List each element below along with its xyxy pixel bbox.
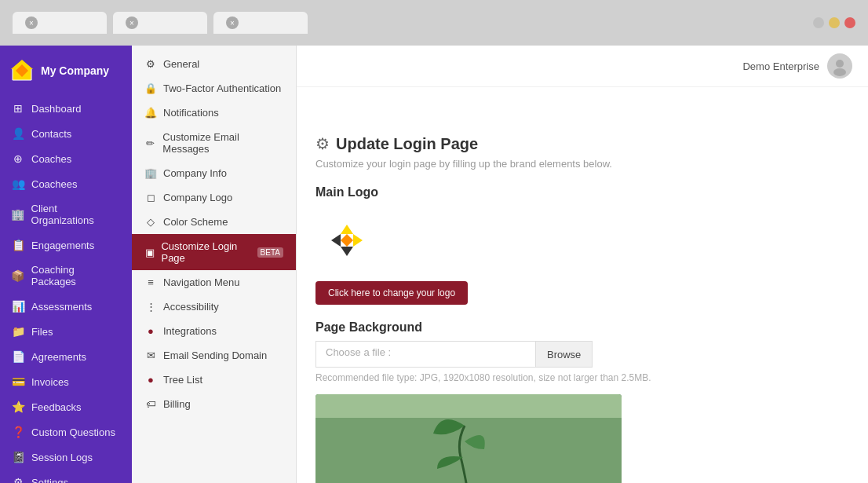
sidebar-item-engagements[interactable]: 📋 Engagements [0, 232, 132, 258]
sidebar-label-agreements: Agreements [31, 351, 86, 363]
general-icon: ⚙ [144, 58, 157, 70]
assessments-icon: 📊 [11, 300, 25, 313]
sidebar-item-files[interactable]: 📁 Files [0, 319, 132, 344]
main-logo-label: Main Logo [315, 185, 378, 199]
background-preview [315, 394, 622, 483]
settings-nav-accessibility[interactable]: ⋮ Accessibility [132, 295, 296, 319]
page-bg-label: Page Background [315, 320, 849, 335]
settings-nav-company-info[interactable]: 🏢 Company Info [132, 161, 296, 185]
file-input[interactable]: Choose a file : [315, 341, 535, 368]
sidebar-label-contacts: Contacts [31, 128, 71, 140]
contacts-icon: 👤 [11, 127, 25, 140]
lock-icon: 🔒 [144, 82, 157, 94]
page-title: Update Login Page [336, 135, 478, 153]
user-avatar[interactable] [827, 53, 852, 79]
svg-rect-12 [315, 394, 622, 418]
agreements-icon: 📄 [11, 350, 25, 363]
change-logo-button[interactable]: Click here to change your logo [315, 281, 468, 305]
svg-point-3 [836, 60, 844, 68]
browse-button[interactable]: Browse [535, 341, 593, 368]
sidebar-label-files: Files [31, 326, 53, 338]
close-button[interactable] [844, 17, 855, 28]
svg-marker-7 [341, 247, 353, 256]
main-logo-section: Main Logo [315, 185, 849, 305]
tab-close-3[interactable]: × [226, 16, 239, 29]
settings-nav-email-domain[interactable]: ✉ Email Sending Domain [132, 343, 296, 368]
sidebar-item-session-logs[interactable]: 📓 Session Logs [0, 445, 132, 470]
file-hint: Recommended file type: JPG, 1920x1080 re… [315, 372, 849, 383]
dashboard-icon: ⊞ [11, 102, 25, 115]
sidebar-label-settings: Settings [31, 477, 68, 484]
settings-nav-label-integrations: Integrations [163, 325, 217, 337]
client-org-icon: 🏢 [11, 208, 25, 221]
coaching-packages-icon: 📦 [11, 269, 25, 282]
settings-nav-company-logo[interactable]: ◻ Company Logo [132, 185, 296, 210]
sidebar-company-name: My Company [41, 64, 109, 77]
customize-login-icon: ▣ [144, 247, 155, 258]
sidebar-item-coaches[interactable]: ⊕ Coaches [0, 146, 132, 171]
invoices-icon: 💳 [11, 375, 25, 388]
sidebar-label-client-org: Client Organizations [31, 203, 121, 226]
settings-nav-email-messages[interactable]: ✏ Customize Email Messages [132, 125, 296, 161]
settings-nav-label-notifications: Notifications [163, 107, 219, 119]
minimize-button[interactable] [813, 17, 824, 28]
settings-nav-label-billing: Billing [163, 398, 191, 410]
tab-close-1[interactable]: × [25, 16, 38, 29]
engagements-icon: 📋 [11, 239, 25, 251]
sidebar-label-dashboard: Dashboard [31, 103, 82, 115]
plant-image [315, 394, 622, 483]
browser-chrome: × × × [0, 0, 868, 46]
coachees-icon: 👥 [11, 177, 25, 190]
tab-close-2[interactable]: × [126, 16, 138, 29]
app-container: My Company ⊞ Dashboard 👤 Contacts ⊕ Coac… [0, 46, 868, 483]
browser-tab-2[interactable]: × [113, 12, 207, 34]
sidebar-item-settings[interactable]: ⚙ Settings [0, 470, 132, 483]
accessibility-icon: ⋮ [144, 301, 157, 313]
company-logo-icon [9, 58, 35, 83]
billing-icon: 🏷 [144, 398, 157, 410]
sidebar-item-feedbacks[interactable]: ⭐ Feedbacks [0, 394, 132, 419]
files-icon: 📁 [11, 325, 25, 338]
settings-nav-billing[interactable]: 🏷 Billing [132, 392, 296, 416]
sidebar-item-contacts[interactable]: 👤 Contacts [0, 121, 132, 146]
sidebar-label-coaches: Coaches [31, 153, 71, 165]
sidebar-label-feedbacks: Feedbacks [31, 401, 82, 413]
settings-nav-label-general: General [163, 58, 199, 70]
settings-nav-integrations[interactable]: ● Integrations [132, 319, 296, 343]
settings-nav-customize-login[interactable]: ▣ Customize Login Page BETA [132, 234, 296, 270]
sidebar-item-agreements[interactable]: 📄 Agreements [0, 344, 132, 369]
settings-nav-color-scheme[interactable]: ◇ Color Scheme [132, 210, 296, 234]
logo-svg [319, 212, 375, 269]
sidebar-header[interactable]: My Company [0, 46, 132, 96]
browser-tab-1[interactable]: × [13, 12, 107, 34]
settings-nav-tree-list[interactable]: ● Tree List [132, 368, 296, 392]
sidebar-item-coachees[interactable]: 👥 Coachees [0, 171, 132, 196]
svg-marker-6 [353, 234, 363, 247]
coaches-icon: ⊕ [11, 152, 25, 165]
session-logs-icon: 📓 [11, 451, 25, 463]
sidebar-label-engagements: Engagements [31, 240, 94, 251]
sidebar-item-coaching-packages[interactable]: 📦 Coaching Packages [0, 258, 132, 294]
maximize-button[interactable] [829, 17, 840, 28]
user-name: Demo Enterprise [742, 60, 819, 72]
content-header: ⚙ Update Login Page [315, 103, 849, 153]
settings-nav-label-navigation-menu: Navigation Menu [163, 276, 240, 288]
settings-icon: ⚙ [11, 476, 25, 483]
bell-icon: 🔔 [144, 107, 157, 119]
settings-nav-label-color-scheme: Color Scheme [163, 216, 228, 228]
settings-nav-navigation-menu[interactable]: ≡ Navigation Menu [132, 270, 296, 295]
settings-nav-notifications[interactable]: 🔔 Notifications [132, 101, 296, 125]
main-content: ⚙ Update Login Page Customize your login… [297, 87, 868, 483]
sidebar-item-invoices[interactable]: 💳 Invoices [0, 369, 132, 394]
settings-nav-2fa[interactable]: 🔒 Two-Factor Authentication [132, 76, 296, 101]
window-controls [813, 17, 855, 28]
sidebar-item-client-organizations[interactable]: 🏢 Client Organizations [0, 196, 132, 232]
sidebar-item-assessments[interactable]: 📊 Assessments [0, 294, 132, 319]
logo-preview [315, 209, 378, 272]
pencil-icon: ✏ [144, 137, 156, 149]
sidebar-item-dashboard[interactable]: ⊞ Dashboard [0, 96, 132, 121]
sidebar-item-custom-questions[interactable]: ❓ Custom Questions [0, 419, 132, 445]
email-domain-icon: ✉ [144, 349, 157, 361]
browser-tab-3[interactable]: × [213, 12, 308, 34]
settings-nav-general[interactable]: ⚙ General [132, 52, 296, 76]
